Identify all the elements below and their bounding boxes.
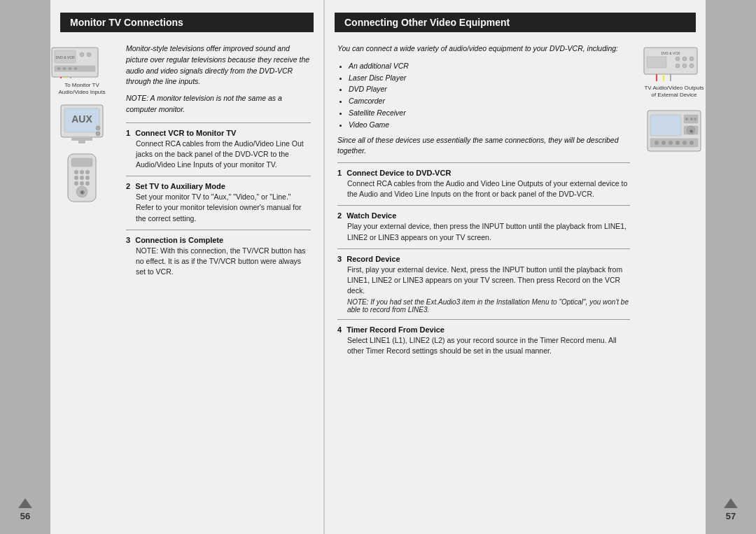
- right-step-2-number: 2: [337, 211, 342, 220]
- right-step-1-body: Connect RCA cables from the Audio and Vi…: [347, 178, 630, 199]
- right-content-row: You can connect a wide variety of audio/…: [325, 39, 706, 362]
- right-step-3: 3 Record Device First, play your externa…: [337, 255, 630, 314]
- right-step-4-title: 4 Timer Record From Device: [337, 325, 630, 334]
- right-step-1-title: 1 Connect Device to DVD-VCR: [337, 169, 630, 177]
- right-step-1-number: 1: [337, 169, 342, 177]
- left-divider-2: [126, 176, 311, 176]
- right-step-3-number: 3: [337, 255, 342, 263]
- svg-point-50: [694, 118, 696, 120]
- svg-text:DVD & VCR: DVD & VCR: [661, 51, 680, 55]
- right-text-column: You can connect a wide variety of audio/…: [325, 39, 643, 362]
- dvd-player-front-icon: ◉: [646, 109, 702, 153]
- right-since-text: Since all of these devices use essential…: [337, 135, 630, 157]
- svg-point-48: [685, 118, 688, 120]
- svg-point-23: [80, 170, 84, 174]
- main-content: Monitor TV Connections DVD & VCR: [50, 0, 706, 534]
- svg-point-30: [85, 181, 90, 185]
- right-step-3-title: 3 Record Device: [337, 255, 630, 263]
- svg-point-59: [682, 141, 687, 145]
- left-step-1-number: 1: [126, 129, 130, 137]
- left-intro-text: Monitor-style televisions offer improved…: [126, 43, 311, 87]
- svg-text:DVD & VCR: DVD & VCR: [55, 55, 75, 59]
- svg-rect-16: [71, 138, 92, 141]
- svg-point-26: [80, 176, 84, 180]
- right-triangle-icon: [724, 498, 738, 508]
- left-divider-1: [126, 122, 311, 123]
- left-side-panel: 56: [0, 0, 50, 534]
- left-divider-3: [126, 230, 311, 230]
- right-divider-1: [337, 205, 630, 206]
- left-step-3-title: 3 Connection is Complete: [126, 236, 311, 244]
- left-step-2: 2 Set TV to Auxiliary Mode Set your moni…: [126, 182, 311, 224]
- right-section-header: Connecting Other Video Equipment: [335, 13, 696, 32]
- left-step-2-number: 2: [126, 182, 130, 190]
- left-page-number: 56: [20, 511, 30, 521]
- right-divider-0: [337, 162, 630, 163]
- tv-aux-image-wrapper: AUX: [57, 104, 106, 146]
- svg-text:◉: ◉: [690, 129, 693, 133]
- left-step-3-number: 3: [126, 236, 130, 244]
- left-triangle-icon: [18, 498, 32, 508]
- left-images-column: DVD & VCR To Monitor TV Audio/Video: [50, 39, 113, 283]
- left-step-2-body: Set your monitor TV to "Aux," "Video," o…: [136, 192, 311, 224]
- left-step-1-title: 1 Connect VCR to Monitor TV: [126, 129, 311, 137]
- dvd-vcr-icon: DVD & VCR: [50, 46, 99, 78]
- right-step-4-body: Select LINE1 (L1), LINE2 (L2) as your re…: [347, 335, 630, 356]
- right-section: Connecting Other Video Equipment You can…: [323, 0, 706, 534]
- svg-point-38: [690, 57, 694, 61]
- right-step-2-body: Play your external device, then press th…: [347, 221, 630, 242]
- svg-point-39: [676, 64, 680, 68]
- svg-point-41: [690, 64, 694, 68]
- right-step-2: 2 Watch Device Play your external device…: [337, 211, 630, 242]
- right-step-4: 4 Timer Record From Device Select LINE1 …: [337, 325, 630, 356]
- svg-point-24: [85, 170, 90, 174]
- right-step-1: 1 Connect Device to DVD-VCR Connect RCA …: [337, 169, 630, 199]
- right-step-2-title: 2 Watch Device: [337, 211, 630, 220]
- right-step-3-note: NOTE: If you had set the Ext.Audio3 item…: [347, 298, 630, 314]
- right-side-panel: 57: [706, 0, 756, 534]
- dvd-vcr-image-wrapper: DVD & VCR To Monitor TV Audio/Video: [50, 46, 113, 97]
- bullet-dvd-player: DVD Player: [349, 83, 630, 95]
- remote-icon: ◉: [57, 153, 106, 203]
- external-device-icon: DVD & VCR: [643, 46, 699, 81]
- left-content-row: DVD & VCR To Monitor TV Audio/Video: [50, 39, 323, 283]
- right-bullet-list: An additional VCR Laser Disc Player DVD …: [349, 60, 630, 131]
- dvd-front-image-wrapper: ◉: [646, 109, 702, 154]
- svg-point-22: [74, 170, 78, 174]
- svg-rect-35: [647, 57, 666, 68]
- right-divider-2: [337, 248, 630, 249]
- svg-point-8: [69, 67, 71, 70]
- svg-point-57: [668, 141, 673, 145]
- svg-rect-21: [71, 158, 92, 167]
- tv-aux-icon: AUX: [57, 104, 106, 144]
- right-page-number: 57: [726, 511, 736, 521]
- left-text-column: Monitor-style televisions offer improved…: [113, 39, 323, 283]
- svg-rect-17: [78, 141, 85, 143]
- bullet-additional-vcr: An additional VCR: [349, 60, 630, 72]
- svg-point-3: [80, 52, 84, 57]
- svg-point-6: [57, 67, 60, 70]
- svg-point-28: [74, 181, 78, 185]
- svg-text:AUX: AUX: [71, 113, 92, 125]
- svg-point-49: [690, 118, 693, 120]
- right-divider-3: [337, 319, 630, 320]
- bullet-video-game: Video Game: [349, 119, 630, 131]
- svg-point-56: [662, 141, 666, 145]
- svg-point-60: [690, 141, 694, 145]
- svg-point-7: [63, 67, 66, 70]
- left-section-header: Monitor TV Connections: [60, 13, 314, 32]
- svg-point-37: [682, 57, 687, 61]
- svg-point-4: [87, 52, 91, 57]
- right-step-4-number: 4: [337, 325, 342, 334]
- right-intro-text: You can connect a wide variety of audio/…: [337, 43, 630, 55]
- svg-point-29: [80, 181, 84, 185]
- svg-point-55: [654, 141, 659, 145]
- bullet-satellite: Satellite Receiver: [349, 107, 630, 119]
- svg-point-19: [96, 132, 100, 136]
- left-note-text: NOTE: A monitor television is not the sa…: [126, 93, 311, 115]
- external-device-caption: TV Audio/Video Outputs of External Devic…: [643, 85, 706, 99]
- svg-rect-46: [650, 115, 681, 136]
- right-step-3-body: First, play your external device. Next, …: [347, 265, 630, 297]
- left-step-3-body: NOTE: With this connection, the TV/VCR b…: [136, 246, 311, 278]
- svg-point-58: [676, 141, 680, 145]
